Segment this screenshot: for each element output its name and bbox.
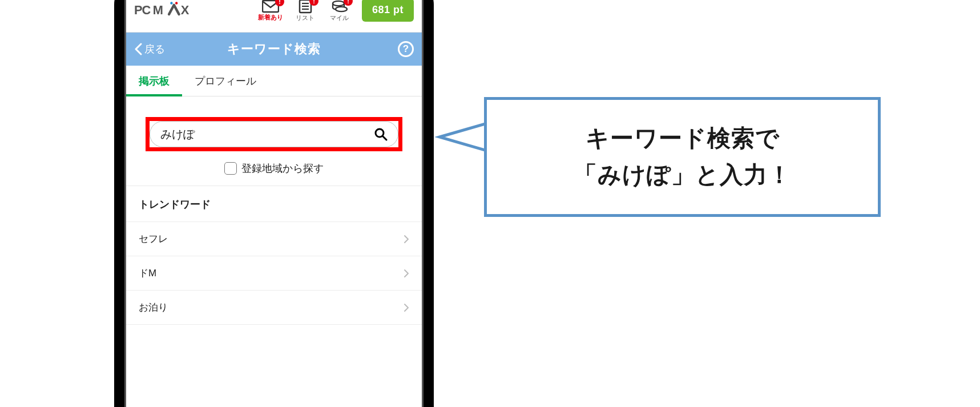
svg-text:X: X (181, 3, 189, 17)
header-miles-label: マイル (330, 15, 349, 21)
header-miles[interactable]: ! マイル (328, 0, 352, 21)
callout-text: キーワード検索で 「みけぽ」と入力！ (574, 120, 792, 193)
back-label: 戻る (144, 42, 165, 56)
app-logo[interactable]: PC M X (134, 1, 203, 20)
svg-text:M: M (153, 3, 163, 17)
region-checkbox-label: 登録地域から探す (241, 162, 324, 175)
trend-item[interactable]: ドM (126, 256, 422, 291)
chevron-right-icon (404, 269, 409, 278)
phone-screen: PC M X ! 新着あり (124, 0, 424, 407)
chevron-left-icon (134, 43, 142, 55)
phone-frame: PC M X ! 新着あり (114, 0, 434, 407)
app-header: PC M X ! 新着あり (126, 0, 422, 33)
chevron-right-icon (404, 235, 409, 244)
svg-point-3 (170, 2, 172, 4)
header-list[interactable]: ! リスト (293, 0, 317, 21)
header-list-label: リスト (296, 15, 314, 21)
help-button[interactable]: ? (398, 41, 414, 57)
back-button[interactable]: 戻る (134, 42, 165, 56)
badge-icon: ! (309, 0, 318, 6)
region-checkbox[interactable] (224, 162, 237, 175)
search-area: 登録地域から探す (126, 96, 422, 186)
svg-point-10 (333, 1, 344, 6)
trend-item[interactable]: セフレ (126, 222, 422, 256)
highlight-frame (146, 117, 402, 151)
trend-item-label: セフレ (139, 232, 168, 245)
badge-icon: ! (344, 0, 353, 6)
trend-header: トレンドワード (126, 186, 422, 222)
chevron-right-icon (404, 303, 409, 312)
page-title: キーワード検索 (126, 41, 422, 58)
search-input[interactable] (160, 128, 374, 141)
header-mail-label: 新着あり (258, 14, 283, 21)
trend-item-label: お泊り (139, 301, 168, 314)
region-filter-row[interactable]: 登録地域から探す (146, 162, 402, 175)
trend-item-label: ドM (139, 267, 156, 280)
badge-icon: ! (275, 0, 284, 6)
tab-board[interactable]: 掲示板 (126, 66, 182, 96)
points-button[interactable]: 681 pt (362, 0, 414, 22)
page-navbar: 戻る キーワード検索 ? (126, 33, 422, 66)
search-icon[interactable] (374, 127, 388, 141)
search-box[interactable] (150, 121, 398, 147)
svg-point-4 (175, 2, 178, 4)
tabbar: 掲示板 プロフィール (126, 66, 422, 96)
svg-text:PC: PC (134, 3, 151, 17)
svg-point-11 (336, 7, 347, 11)
tab-profile[interactable]: プロフィール (182, 66, 269, 96)
svg-line-13 (383, 136, 387, 140)
svg-marker-14 (439, 122, 491, 152)
header-mail[interactable]: ! 新着あり (258, 0, 283, 21)
trend-item[interactable]: お泊り (126, 291, 422, 325)
callout-box: キーワード検索で 「みけぽ」と入力！ (484, 97, 881, 217)
